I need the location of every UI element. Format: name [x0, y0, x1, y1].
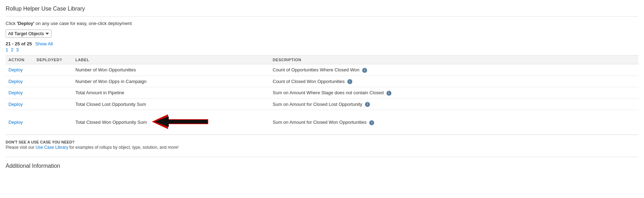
table-body: Deploy Number of Won Opportunities Count…: [6, 64, 638, 135]
deploy-link[interactable]: Deploy: [8, 90, 23, 95]
deploy-link[interactable]: Deploy: [8, 67, 23, 72]
col-header-label: LABEL: [73, 56, 270, 64]
table-row: Deploy Total Closed Lost Opportunity Sum…: [6, 98, 638, 110]
description-cell: Sum on Amount for Closed Won Opportuniti…: [270, 110, 638, 135]
footer-message: Please visit our Use Case Library for ex…: [6, 145, 638, 150]
footer-suffix: for examples of rollups by object, type,…: [68, 145, 179, 150]
label-text: Number of Won Opportunities: [75, 67, 136, 72]
deployed-cell: [34, 87, 73, 99]
target-objects-select[interactable]: All Target Objects: [6, 30, 51, 38]
info-icon[interactable]: i: [369, 120, 374, 125]
col-header-deployed: DEPLOYED?: [34, 56, 73, 64]
label-text: Total Amount in Pipeline: [75, 90, 124, 95]
deploy-link[interactable]: Deploy: [8, 120, 23, 125]
table-row: Deploy Total Closed Won Opportunity Sum: [6, 110, 638, 135]
deploy-hint-prefix: Click: [6, 21, 17, 26]
deploy-link[interactable]: Deploy: [8, 102, 23, 107]
table-row: Deploy Number of Won Opps in Campaign Co…: [6, 76, 638, 87]
action-cell: Deploy: [6, 110, 34, 135]
table-header-row: ACTION DEPLOYED? LABEL DESCRIPTION: [6, 56, 638, 64]
label-text: Total Closed Won Opportunity Sum: [75, 120, 147, 125]
table-row: Deploy Number of Won Opportunities Count…: [6, 64, 638, 76]
description-cell: Count of Opportunities Where Closed Won …: [270, 64, 638, 76]
label-text: Number of Won Opps in Campaign: [75, 79, 147, 84]
description-text: Count of Closed Won Opportunities: [273, 79, 345, 84]
action-cell: Deploy: [6, 64, 34, 76]
label-cell: Number of Won Opportunities: [73, 64, 270, 76]
action-cell: Deploy: [6, 76, 34, 87]
page-title: Rollup Helper Use Case Library: [6, 6, 638, 12]
pagination-info: 21 - 25 of 25 Show All: [6, 41, 638, 46]
action-cell: Deploy: [6, 87, 34, 99]
page-link-1[interactable]: 1: [6, 47, 8, 52]
deploy-hint-bold: 'Deploy': [17, 21, 35, 26]
use-case-table: ACTION DEPLOYED? LABEL DESCRIPTION Deplo…: [6, 55, 638, 135]
info-icon[interactable]: i: [362, 68, 367, 73]
label-cell: Total Amount in Pipeline: [73, 87, 270, 99]
label-cell: Total Closed Lost Opportunity Sum: [73, 98, 270, 110]
col-header-action: ACTION: [6, 56, 34, 64]
page-links: 1 2 3: [6, 47, 638, 52]
description-cell: Sum on Amount for Closed Lost Opportunit…: [270, 98, 638, 110]
deploy-hint-suffix: on any use case for easy, one-click depl…: [34, 21, 132, 26]
show-all-link[interactable]: Show All: [35, 41, 53, 46]
description-text: Count of Opportunities Where Closed Won: [273, 67, 359, 72]
page-link-3[interactable]: 3: [16, 47, 19, 52]
deployed-cell: [34, 98, 73, 110]
table-header: ACTION DEPLOYED? LABEL DESCRIPTION: [6, 56, 638, 64]
section-divider: [6, 16, 638, 17]
deploy-hint: Click 'Deploy' on any use case for easy,…: [6, 21, 638, 26]
info-icon[interactable]: i: [365, 102, 370, 107]
arrow-svg: [152, 113, 208, 130]
page-link-2[interactable]: 2: [11, 47, 13, 52]
deploy-link[interactable]: Deploy: [8, 79, 23, 84]
deployed-cell: [34, 76, 73, 87]
arrow-annotation: [152, 113, 208, 132]
label-text: Total Closed Lost Opportunity Sum: [75, 102, 146, 107]
description-text: Sum on Amount for Closed Lost Opportunit…: [273, 102, 362, 107]
pagination-range: 21 - 25 of 25: [6, 41, 32, 46]
description-text: Sum on Amount Where Stage does not conta…: [273, 90, 384, 95]
dont-see-label: DON'T SEE A USE CASE YOU NEED?: [6, 140, 638, 144]
use-case-library-link[interactable]: Use Case Library: [36, 145, 68, 150]
additional-title: Additional Information: [6, 163, 638, 169]
deployed-cell: [34, 64, 73, 76]
info-icon[interactable]: i: [347, 79, 352, 84]
page-container: Rollup Helper Use Case Library Click 'De…: [0, 0, 644, 169]
col-header-description: DESCRIPTION: [270, 56, 638, 64]
additional-section: Additional Information: [6, 157, 638, 169]
description-cell: Count of Closed Won Opportunities i: [270, 76, 638, 87]
label-cell: Number of Won Opps in Campaign: [73, 76, 270, 87]
description-text: Sum on Amount for Closed Won Opportuniti…: [273, 120, 366, 125]
action-cell: Deploy: [6, 98, 34, 110]
footer-note: DON'T SEE A USE CASE YOU NEED? Please vi…: [6, 135, 638, 153]
label-wrapper: Total Closed Won Opportunity Sum: [75, 113, 267, 132]
description-cell: Sum on Amount Where Stage does not conta…: [270, 87, 638, 99]
info-icon[interactable]: i: [386, 91, 391, 96]
label-cell-with-arrow: Total Closed Won Opportunity Sum: [73, 110, 270, 135]
footer-prefix: Please visit our: [6, 145, 36, 150]
table-row: Deploy Total Amount in Pipeline Sum on A…: [6, 87, 638, 99]
deployed-cell: [34, 110, 73, 135]
